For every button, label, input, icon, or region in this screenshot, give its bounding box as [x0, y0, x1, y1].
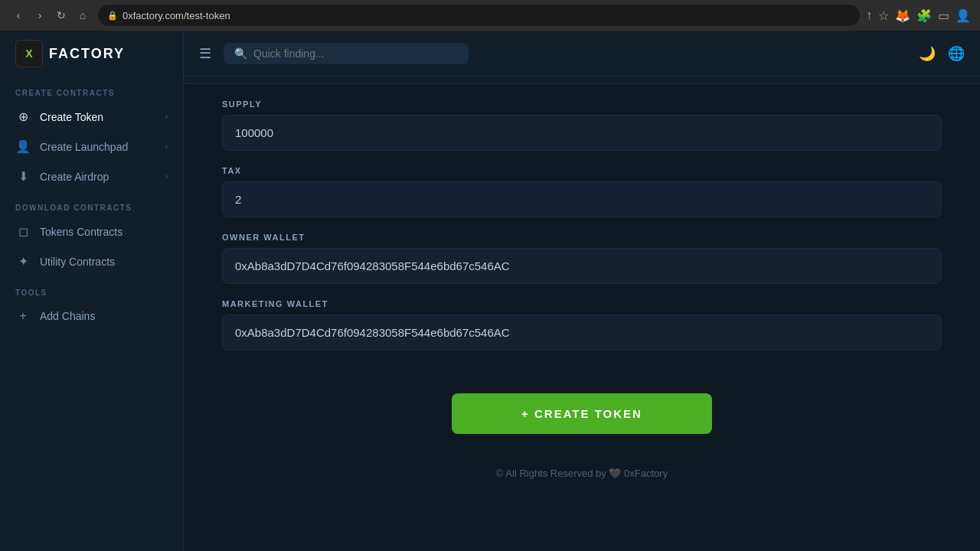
- footer: © All Rights Reserved by 🖤 0xFactory: [184, 452, 980, 487]
- owner-wallet-input[interactable]: [222, 248, 942, 284]
- refresh-button[interactable]: ↻: [52, 6, 70, 24]
- supply-group: SUPPLY: [222, 84, 942, 166]
- tax-group: TAX: [222, 166, 942, 233]
- marketing-wallet-label: MARKETING WALLET: [222, 299, 942, 308]
- menu-icon[interactable]: ☰: [199, 45, 211, 62]
- ext-icon2[interactable]: 🧩: [916, 8, 932, 23]
- supply-label: SUPPLY: [222, 99, 942, 109]
- form-fields: SUPPLY TAX OWNER WALLET MARKETING WALLET: [207, 84, 957, 366]
- section-label-tools: TOOLS: [0, 276, 183, 302]
- sidebar-item-label-add-chains: Add Chains: [40, 310, 168, 322]
- ext-icon1[interactable]: 🦊: [895, 8, 910, 23]
- create-token-button[interactable]: + CREATE TOKEN: [452, 393, 712, 434]
- utility-contracts-icon: ✦: [15, 254, 31, 269]
- sidebar-item-create-airdrop[interactable]: ⬇ Create Airdrop ›: [0, 161, 183, 191]
- tax-label: TAX: [222, 166, 942, 175]
- search-icon: 🔍: [234, 47, 247, 60]
- sidebar-item-label-tokens-contracts: Tokens Contracts: [40, 226, 168, 238]
- main-content: ☰ 🔍 🌙 🌐 SUPPLY TAX: [184, 31, 980, 551]
- marketing-wallet-group: MARKETING WALLET: [222, 299, 942, 366]
- chevron-icon-create-launchpad: ›: [165, 142, 168, 151]
- tokens-contracts-icon: ◻: [15, 224, 31, 239]
- top-nav: ☰ 🔍 🌙 🌐: [184, 31, 980, 77]
- create-token-icon: ⊕: [15, 109, 31, 124]
- content-scroll: SUPPLY TAX OWNER WALLET MARKETING WALLET: [184, 77, 980, 551]
- create-button-area: + CREATE TOKEN: [184, 366, 980, 452]
- add-chains-icon: +: [15, 309, 31, 323]
- search-input[interactable]: [253, 47, 458, 60]
- logo-icon: X: [15, 40, 43, 67]
- profile-icon[interactable]: 👤: [956, 8, 971, 23]
- sidebar: X FACTORY CREATE CONTRACTS ⊕ Create Toke…: [0, 31, 184, 551]
- sidebar-item-utility-contracts[interactable]: ✦ Utility Contracts: [0, 246, 183, 276]
- owner-wallet-group: OWNER WALLET: [222, 233, 942, 299]
- footer-text: © All Rights Reserved by: [496, 468, 606, 479]
- sidebar-item-label-utility-contracts: Utility Contracts: [40, 256, 168, 268]
- bookmark-icon[interactable]: ☆: [878, 8, 889, 23]
- sidebar-item-label-create-airdrop: Create Airdrop: [40, 171, 156, 183]
- chevron-icon-create-airdrop: ›: [165, 172, 168, 181]
- search-bar[interactable]: 🔍: [224, 43, 469, 64]
- top-spacer: [184, 77, 980, 84]
- sidebar-item-label-create-launchpad: Create Launchpad: [40, 141, 156, 153]
- forward-button[interactable]: ›: [31, 6, 49, 24]
- create-launchpad-icon: 👤: [15, 139, 31, 154]
- logo-area: X FACTORY: [0, 31, 183, 77]
- owner-wallet-label: OWNER WALLET: [222, 233, 942, 242]
- nav-right-icons: 🌙 🌐: [919, 45, 965, 62]
- back-button[interactable]: ‹: [9, 6, 28, 24]
- marketing-wallet-input[interactable]: [222, 315, 942, 350]
- footer-brand: 0xFactory: [624, 468, 668, 479]
- lock-icon: 🔒: [107, 11, 118, 21]
- browser-right-icons: ↑ ☆ 🦊 🧩 ▭ 👤: [866, 8, 971, 23]
- tax-input[interactable]: [222, 181, 942, 217]
- section-label-download: DOWNLOAD CONTRACTS: [0, 191, 183, 217]
- home-button[interactable]: ⌂: [74, 6, 92, 24]
- globe-icon[interactable]: 🌐: [948, 45, 965, 62]
- url-text: 0xfactory.com/test-token: [122, 10, 230, 21]
- logo-text: FACTORY: [49, 46, 125, 62]
- sidebar-item-create-token[interactable]: ⊕ Create Token ›: [0, 102, 183, 132]
- sidebar-item-tokens-contracts[interactable]: ◻ Tokens Contracts: [0, 217, 183, 246]
- sidebar-item-add-chains[interactable]: + Add Chains: [0, 302, 183, 331]
- browser-nav-buttons: ‹ › ↻ ⌂: [9, 6, 92, 24]
- app-container: X FACTORY CREATE CONTRACTS ⊕ Create Toke…: [0, 31, 980, 551]
- share-icon[interactable]: ↑: [866, 8, 872, 22]
- create-airdrop-icon: ⬇: [15, 169, 31, 184]
- browser-bar: ‹ › ↻ ⌂ 🔒 0xfactory.com/test-token ↑ ☆ 🦊…: [0, 0, 980, 31]
- section-label-create: CREATE CONTRACTS: [0, 77, 183, 102]
- sidebar-item-label-create-token: Create Token: [40, 111, 156, 123]
- chevron-icon-create-token: ›: [165, 112, 168, 121]
- sidebar-item-create-launchpad[interactable]: 👤 Create Launchpad ›: [0, 132, 183, 161]
- heart-icon: 🖤: [609, 468, 624, 479]
- address-bar[interactable]: 🔒 0xfactory.com/test-token: [98, 5, 860, 26]
- supply-input[interactable]: [222, 115, 942, 151]
- fullscreen-icon[interactable]: ▭: [938, 8, 949, 23]
- dark-mode-icon[interactable]: 🌙: [919, 45, 936, 62]
